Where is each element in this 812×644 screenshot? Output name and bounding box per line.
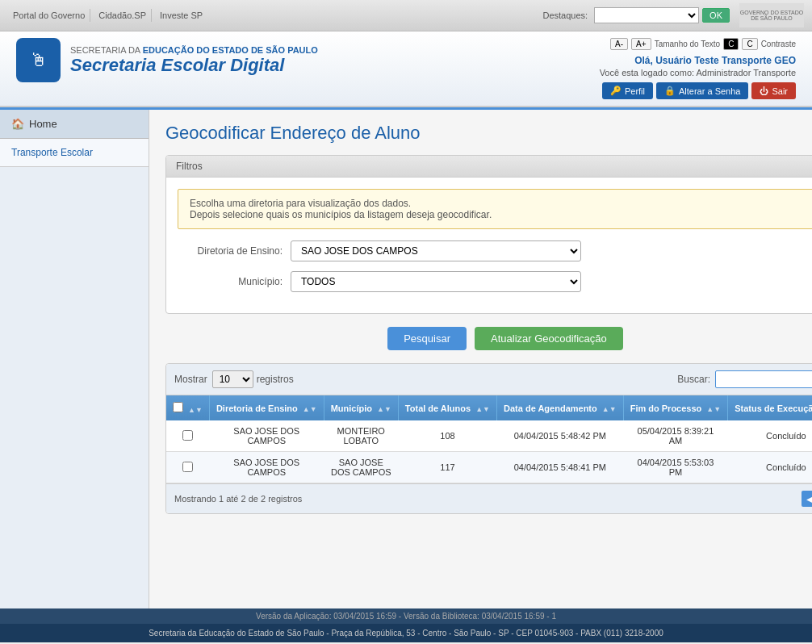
sidebar-home-label: Home [29,118,57,130]
table-nav-buttons: ◀ ▶ [802,491,812,507]
filtros-title: Filtros [166,156,812,178]
secretaria-prefix: SECRETARIA DA [70,45,143,55]
sort-arrows-data-agendamento: ▲▼ [602,405,617,413]
filtros-box: Filtros Escolha uma diretoria para visua… [165,155,812,314]
atualizar-button[interactable]: Atualizar Geocodificação [475,327,623,350]
secretaria-bold: EDUCAÇÃO DO ESTADO DE SÃO PAULO [143,45,318,55]
col-header-total-alunos[interactable]: Total de Alunos ▲▼ [398,395,496,420]
nav-portal-governo[interactable]: Portal do Governo [8,9,90,22]
destaques-select[interactable] [594,7,699,23]
user-greeting: Olá, Usuário Teste Transporte GEO [600,55,796,66]
show-select[interactable]: 10 25 50 100 [212,370,253,388]
table-controls: Mostrar 10 25 50 100 registros Buscar: [166,364,812,395]
col-status-execucao-label: Status de Execução [735,404,812,413]
secretaria-title: SECRETARIA DA EDUCAÇÃO DO ESTADO DE SÃO … [70,45,318,55]
row-0-data_agendamento: 04/04/2015 5:48:42 PM [497,420,624,452]
col-header-diretoria[interactable]: Diretoria de Ensino ▲▼ [209,395,324,420]
contrast-label: Contraste [761,40,796,48]
footer-version: Versão da Aplicação: 03/04/2015 16:59 - … [0,608,812,624]
registros-label: registros [257,374,294,385]
header-right: A- A+ Tamanho do Texto C C Contraste Olá… [600,38,796,99]
nav-investe-sp[interactable]: Investe SP [155,9,207,22]
perfil-label: Perfil [625,86,645,96]
info-line1: Escolha uma diretoria para visualização … [190,198,812,209]
gov-logo-image: GOVERNO DO ESTADO DE SÃO PAULO [739,3,804,27]
col-header-fim-processo[interactable]: Fim do Processo ▲▼ [623,395,728,420]
perfil-button[interactable]: 🔑 Perfil [602,82,653,99]
buscar-label: Buscar: [677,374,710,385]
municipio-select[interactable]: TODOS SAO JOSE DOS CAMPOS MONTEIRO LOBAT… [291,271,581,292]
row-1-municipio: SAO JOSE DOS CAMPOS [324,452,398,483]
table-row: SAO JOSE DOS CAMPOSSAO JOSE DOS CAMPOS11… [166,452,812,483]
col-header-status-execucao[interactable]: Status de Execução ▲▼ [728,395,812,420]
diretoria-label: Diretoria de Ensino: [178,245,283,257]
contrast-btn-2[interactable]: C [742,38,757,50]
system-name: Secretaria Escolar Digital [70,55,318,76]
version-text: Versão da Aplicação: 03/04/2015 16:59 - … [256,612,556,621]
row-0-status_execucao: Concluído [728,420,812,452]
sort-arrows-diretoria: ▲▼ [303,405,317,413]
info-line2: Depois selecione quais os municípios da … [190,209,812,220]
contrast-btn-1[interactable]: C [723,38,739,50]
col-diretoria-label: Diretoria de Ensino [216,404,298,413]
text-size-plus-btn[interactable]: A+ [631,38,651,50]
key-icon: 🔑 [610,86,622,96]
info-box: Escolha uma diretoria para visualização … [178,189,812,229]
sort-arrows-checkbox: ▲▼ [188,406,203,414]
row-0-diretoria: SAO JOSE DOS CAMPOS [209,420,324,452]
row-1-status_execucao: Concluído [728,452,812,483]
lock-icon: 🔒 [664,86,676,96]
municipio-label: Município: [178,276,283,287]
sair-button[interactable]: ⏻ Sair [751,82,796,99]
showing-label: Mostrando 1 até 2 de 2 registros [174,494,302,504]
sidebar-item-transporte[interactable]: Transporte Escolar [0,139,149,167]
text-size-controls: A- A+ Tamanho do Texto C C Contraste [600,38,796,50]
data-table: ▲▼ Diretoria de Ensino ▲▼ Município ▲▼ T… [166,395,812,483]
system-icon-char: 🖱 [30,50,48,71]
select-all-checkbox[interactable] [173,402,183,412]
sair-label: Sair [772,86,788,96]
home-icon: 🏠 [11,118,24,130]
gov-logo: GOVERNO DO ESTADO DE SÃO PAULO [739,3,804,27]
col-header-data-agendamento[interactable]: Data de Agendamento ▲▼ [497,395,624,420]
row-1-checkbox-cell [166,452,209,483]
header-actions: 🔑 Perfil 🔒 Alterar a Senha ⏻ Sair [600,82,796,99]
filtros-body: Escolha uma diretoria para visualização … [166,178,812,313]
row-1-data_agendamento: 04/04/2015 5:48:41 PM [497,452,624,483]
alterar-senha-button[interactable]: 🔒 Alterar a Senha [656,82,748,99]
sidebar: 🏠 Home Transporte Escolar [0,110,149,608]
text-size-minus-btn[interactable]: A- [610,38,628,50]
col-municipio-label: Município [331,404,372,413]
sort-arrows-total-alunos: ▲▼ [475,405,490,413]
sort-arrows-municipio: ▲▼ [377,405,391,413]
main-content: Geocodificar Endereço de Aluno Filtros E… [149,110,812,608]
gov-logo-text: GOVERNO DO ESTADO DE SÃO PAULO [739,10,804,21]
row-0-municipio: MONTEIRO LOBATO [324,420,398,452]
row-1-checkbox[interactable] [182,462,193,472]
ok-button[interactable]: OK [702,8,730,23]
row-1-fim_processo: 04/04/2015 5:53:03 PM [623,452,728,483]
col-header-municipio[interactable]: Município ▲▼ [324,395,398,420]
row-1-total_alunos: 117 [398,452,496,483]
content-wrapper: 🏠 Home Transporte Escolar Geocodificar E… [0,110,812,608]
destaques-label: Destaques: [542,10,588,20]
pesquisar-button[interactable]: Pesquisar [387,327,467,350]
header-left: 🖱 SECRETARIA DA EDUCAÇÃO DO ESTADO DE SÃ… [16,38,318,82]
nav-cidadao-sp[interactable]: Cidadão.SP [94,9,152,22]
diretoria-row: Diretoria de Ensino: SAO JOSE DOS CAMPOS… [178,240,812,261]
diretoria-select[interactable]: SAO JOSE DOS CAMPOS CAPITAL CAMPINAS [291,240,581,261]
page-title: Geocodificar Endereço de Aluno [165,123,812,144]
table-footer: Mostrando 1 até 2 de 2 registros ◀ ▶ [166,483,812,513]
row-1-diretoria: SAO JOSE DOS CAMPOS [209,452,324,483]
table-section: Mostrar 10 25 50 100 registros Buscar: ▲ [165,363,812,514]
sidebar-transporte-label: Transporte Escolar [11,147,93,158]
power-icon: ⏻ [760,86,768,96]
buscar-input[interactable] [715,370,812,388]
row-0-checkbox-cell [166,420,209,452]
action-buttons: Pesquisar Atualizar Geocodificação [165,327,812,350]
row-0-checkbox[interactable] [182,430,193,441]
footer-address: Secretaria da Educação do Estado de São … [149,629,663,638]
sidebar-home-item[interactable]: 🏠 Home [0,110,149,139]
table-prev-btn[interactable]: ◀ [802,491,812,507]
table-body: SAO JOSE DOS CAMPOSMONTEIRO LOBATO10804/… [166,420,812,483]
